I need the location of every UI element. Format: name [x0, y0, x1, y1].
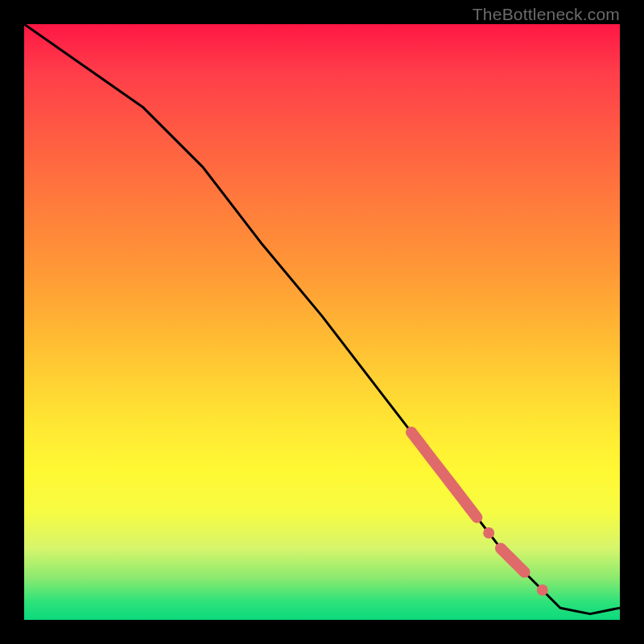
plot-overlay [24, 24, 620, 620]
attribution-label: TheBottleneck.com [473, 5, 620, 24]
plot-area [24, 24, 620, 620]
segment-2 [501, 548, 525, 572]
dot-1 [483, 527, 494, 539]
curve-line [24, 24, 620, 614]
chart-frame: TheBottleneck.com [0, 0, 644, 644]
segment-1 [411, 432, 477, 518]
dot-2 [537, 584, 548, 596]
